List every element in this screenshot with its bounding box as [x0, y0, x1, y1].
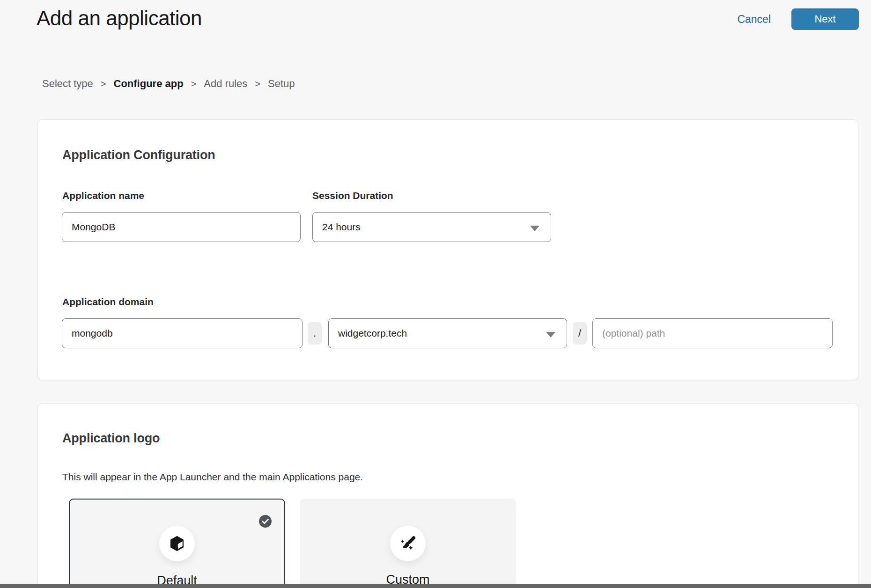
breadcrumb-step-select-type[interactable]: Select type: [42, 78, 93, 90]
breadcrumb-step-configure-app[interactable]: Configure app: [114, 78, 184, 90]
default-logo-circle: [159, 526, 195, 561]
page-title: Add an application: [37, 7, 202, 30]
session-duration-select[interactable]: 24 hours: [312, 212, 551, 242]
paintbrush-icon: [399, 534, 417, 553]
application-domain-label: Application domain: [62, 296, 154, 308]
selected-check-icon: [259, 515, 272, 528]
breadcrumb: Select type > Configure app > Add rules …: [42, 78, 295, 90]
application-name-label: Application name: [62, 190, 144, 201]
breadcrumb-separator: >: [101, 79, 106, 89]
logo-card-description: This will appear in the App Launcher and…: [62, 471, 363, 483]
breadcrumb-separator: >: [191, 79, 197, 89]
domain-select[interactable]: widgetcorp.tech: [328, 318, 567, 348]
cancel-button[interactable]: Cancel: [737, 13, 771, 26]
breadcrumb-separator: >: [255, 79, 260, 89]
application-name-input[interactable]: [62, 212, 301, 242]
breadcrumb-step-add-rules[interactable]: Add rules: [204, 78, 247, 90]
chevron-down-icon: [530, 226, 539, 231]
config-card-heading: Application Configuration: [62, 148, 215, 162]
path-input[interactable]: [592, 318, 833, 348]
bottom-edge-bar: [0, 584, 871, 588]
cube-icon: [168, 534, 186, 553]
session-duration-label: Session Duration: [312, 190, 393, 201]
logo-option-default[interactable]: Default: [69, 499, 285, 588]
breadcrumb-step-setup[interactable]: Setup: [268, 78, 295, 90]
logo-option-custom[interactable]: Custom: [300, 499, 516, 588]
header-actions: Cancel Next: [737, 8, 859, 30]
application-logo-card: Application logo This will appear in the…: [37, 404, 858, 588]
session-duration-value: 24 hours: [322, 221, 361, 233]
slash-separator: /: [573, 322, 587, 345]
next-button[interactable]: Next: [791, 8, 859, 30]
custom-logo-circle: [390, 526, 426, 561]
dot-separator: .: [308, 322, 322, 345]
chevron-down-icon: [546, 332, 555, 338]
domain-select-value: widgetcorp.tech: [338, 328, 407, 339]
logo-card-heading: Application logo: [62, 431, 160, 446]
application-configuration-card: Application Configuration Application na…: [37, 119, 858, 380]
subdomain-input[interactable]: [62, 318, 303, 348]
